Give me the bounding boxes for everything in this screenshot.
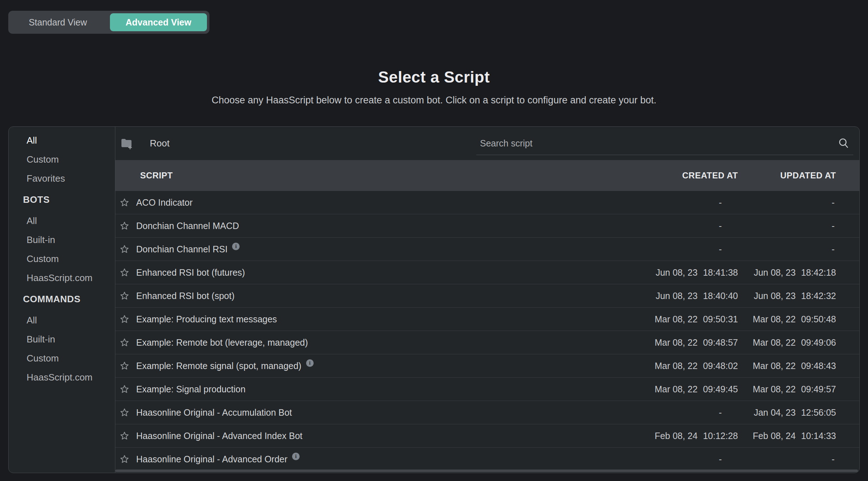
favorite-star-icon[interactable]: [120, 198, 129, 207]
table-row[interactable]: Enhanced RSI bot (futures) Jun 08, 2318:…: [115, 261, 859, 284]
script-name-text: Example: Remote bot (leverage, managed): [136, 337, 308, 348]
sidebar-item-all[interactable]: All: [9, 211, 115, 230]
table-row[interactable]: Donchian Channel MACD - -: [115, 214, 859, 238]
updated-at-cell: Feb 08, 2410:14:33: [738, 431, 859, 441]
script-name[interactable]: Haasonline Original - Accumulation Bot: [136, 407, 292, 418]
current-folder-label[interactable]: Root: [150, 138, 170, 149]
script-name[interactable]: Haasonline Original - Advanced Index Bot: [136, 431, 303, 441]
script-name-text: Haasonline Original - Accumulation Bot: [136, 407, 292, 418]
info-icon[interactable]: i: [292, 453, 300, 460]
created-at-cell: -: [641, 197, 738, 208]
updated-at-cell: -: [738, 221, 859, 231]
script-name[interactable]: Haasonline Original - Advanced Order i: [136, 454, 300, 464]
column-header-updated-at[interactable]: UPDATED AT: [738, 171, 859, 181]
favorite-star-icon[interactable]: [120, 268, 129, 277]
search-input[interactable]: [476, 138, 837, 149]
updated-at-cell: Jun 08, 2318:42:18: [738, 267, 859, 278]
script-name-text: Enhanced RSI bot (spot): [136, 291, 235, 301]
empty-date-dash: -: [832, 454, 835, 464]
script-name[interactable]: Donchian Channel MACD: [136, 221, 239, 231]
table-row[interactable]: Haasonline Original - Advanced Index Bot…: [115, 424, 859, 448]
info-icon[interactable]: i: [306, 359, 314, 367]
script-name[interactable]: Donchian Channel RSI i: [136, 244, 240, 254]
time-value: 12:56:05: [801, 407, 836, 418]
table-row[interactable]: Example: Signal production Mar 08, 2209:…: [115, 378, 859, 401]
sidebar-item-haasscript-com[interactable]: HaasScript.com: [9, 368, 115, 387]
time-value: 09:48:57: [703, 337, 738, 348]
info-icon[interactable]: i: [232, 243, 240, 250]
standard-view-button[interactable]: Standard View: [8, 17, 107, 28]
time-value: 09:49:45: [703, 384, 738, 394]
table-row[interactable]: Haasonline Original - Advanced Order i -…: [115, 448, 859, 471]
updated-at-cell: -: [738, 454, 859, 464]
table-row[interactable]: Example: Remote bot (leverage, managed) …: [115, 331, 859, 354]
script-name-text: Example: Producing text messages: [136, 314, 277, 324]
horizontal-scrollbar[interactable]: [115, 470, 858, 472]
favorite-star-icon[interactable]: [120, 408, 129, 417]
column-header-created-at[interactable]: CREATED AT: [641, 171, 738, 181]
sidebar-item-haasscript-com[interactable]: HaasScript.com: [9, 268, 115, 288]
favorite-star-icon[interactable]: [120, 454, 129, 464]
favorite-star-icon[interactable]: [120, 291, 129, 301]
empty-date-dash: -: [832, 244, 835, 254]
table-row[interactable]: Example: Remote signal (spot, managed) i…: [115, 354, 859, 378]
created-at-cell: Mar 08, 2209:50:31: [641, 314, 738, 324]
folder-plus-icon[interactable]: [120, 138, 133, 149]
sidebar-item-custom[interactable]: Custom: [9, 249, 115, 268]
sidebar-item-all[interactable]: All: [9, 131, 115, 150]
column-header-script[interactable]: SCRIPT: [140, 171, 173, 181]
date-value: Jun 08, 23: [754, 291, 796, 301]
table-row[interactable]: Enhanced RSI bot (spot) Jun 08, 2318:40:…: [115, 284, 859, 308]
date-value: Mar 08, 22: [753, 384, 796, 394]
script-name[interactable]: Example: Remote signal (spot, managed) i: [136, 361, 314, 371]
date-value: Mar 08, 22: [655, 314, 698, 324]
favorite-star-icon[interactable]: [120, 384, 129, 394]
favorite-star-icon[interactable]: [120, 244, 129, 254]
favorite-star-icon[interactable]: [120, 221, 129, 231]
sidebar-item-built-in[interactable]: Built-in: [9, 330, 115, 349]
script-name-text: Example: Remote signal (spot, managed): [136, 361, 301, 371]
updated-at-cell: -: [738, 244, 859, 254]
date-value: Jan 04, 23: [754, 407, 796, 418]
search-icon[interactable]: [837, 137, 850, 149]
favorite-star-icon[interactable]: [120, 314, 129, 324]
sidebar-item-custom[interactable]: Custom: [9, 349, 115, 368]
empty-date-dash: -: [719, 197, 722, 208]
favorite-star-icon[interactable]: [120, 431, 129, 441]
sidebar-item-custom[interactable]: Custom: [9, 150, 115, 169]
created-at-cell: Mar 08, 2209:49:45: [641, 384, 738, 394]
table-row[interactable]: Example: Producing text messages Mar 08,…: [115, 308, 859, 331]
time-value: 10:14:33: [801, 431, 836, 441]
date-value: Mar 08, 22: [655, 361, 698, 371]
table-row[interactable]: Donchian Channel RSI i - -: [115, 238, 859, 261]
table-row[interactable]: ACO Indicator - -: [115, 191, 859, 214]
sidebar-item-built-in[interactable]: Built-in: [9, 230, 115, 249]
sidebar-item-all[interactable]: All: [9, 311, 115, 330]
time-value: 18:42:18: [801, 267, 836, 278]
created-at-cell: Jun 08, 2318:40:40: [641, 291, 738, 301]
script-name[interactable]: Example: Producing text messages: [136, 314, 277, 324]
sidebar-item-favorites[interactable]: Favorites: [9, 169, 115, 188]
advanced-view-button[interactable]: Advanced View: [110, 13, 207, 31]
script-name[interactable]: Example: Remote bot (leverage, managed): [136, 337, 308, 348]
view-toggle-group: Standard View Advanced View: [8, 11, 209, 34]
sidebar-section-commands: COMMANDS: [9, 288, 115, 311]
date-value: Jun 08, 23: [656, 267, 698, 278]
date-value: Jun 08, 23: [754, 267, 796, 278]
script-name[interactable]: ACO Indicator: [136, 197, 193, 208]
empty-date-dash: -: [719, 244, 722, 254]
script-name-text: ACO Indicator: [136, 197, 193, 208]
category-sidebar: AllCustomFavoritesBOTSAllBuilt-inCustomH…: [9, 127, 115, 473]
sidebar-section-bots: BOTS: [9, 188, 115, 211]
date-value: Mar 08, 22: [655, 337, 698, 348]
script-name[interactable]: Example: Signal production: [136, 384, 245, 394]
updated-at-cell: Mar 08, 2209:50:48: [738, 314, 859, 324]
updated-at-cell: Mar 08, 2209:48:43: [738, 361, 859, 371]
script-name[interactable]: Enhanced RSI bot (futures): [136, 267, 245, 278]
table-row[interactable]: Haasonline Original - Accumulation Bot -…: [115, 401, 859, 424]
date-value: Mar 08, 22: [655, 384, 698, 394]
favorite-star-icon[interactable]: [120, 338, 129, 347]
favorite-star-icon[interactable]: [120, 361, 129, 371]
time-value: 09:50:31: [703, 314, 738, 324]
script-name[interactable]: Enhanced RSI bot (spot): [136, 291, 235, 301]
